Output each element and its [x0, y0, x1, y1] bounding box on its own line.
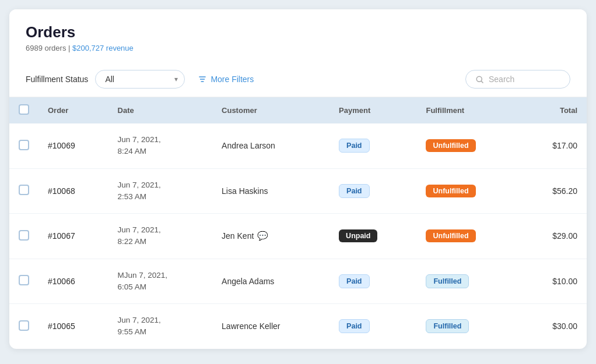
table-row: #10065 Jun 7, 2021,9:55 AM Lawrence Kell…: [9, 304, 587, 349]
col-total: Total: [520, 97, 587, 123]
orders-table-container: Order Date Customer Payment Fulfillment …: [9, 97, 587, 349]
row-checkbox-cell: [9, 214, 38, 259]
fulfillment-status-select[interactable]: All Unfulfilled Fulfilled Partially Fulf…: [95, 70, 185, 89]
chat-icon: 💬: [257, 231, 268, 241]
fulfillment-badge: Unfulfilled: [416, 214, 520, 259]
customer-name: Lawrence Keller: [212, 304, 329, 349]
search-wrapper: [465, 70, 570, 89]
fulfillment-badge: Fulfilled: [416, 259, 520, 304]
payment-badge: Paid: [329, 168, 416, 214]
select-all-header: [9, 97, 38, 123]
order-date: Jun 7, 2021,8:24 AM: [108, 123, 213, 168]
fulfillment-badge: Unfulfilled: [416, 123, 520, 168]
row-checkbox-#10069[interactable]: [19, 140, 29, 150]
table-header-row: Order Date Customer Payment Fulfillment …: [9, 97, 587, 123]
customer-name: Angela Adams: [212, 259, 329, 304]
payment-badge: Paid: [329, 304, 416, 349]
payment-badge: Paid: [329, 259, 416, 304]
revenue-amount: $200,727 revenue: [72, 44, 134, 52]
row-checkbox-cell: [9, 304, 38, 349]
row-checkbox-#10068[interactable]: [19, 185, 29, 195]
fulfillment-badge: Unfulfilled: [416, 168, 520, 214]
order-number: #10066: [38, 259, 108, 304]
row-checkbox-cell: [9, 123, 38, 168]
order-total: $17.00: [520, 123, 587, 168]
col-order: Order: [38, 97, 108, 123]
svg-line-4: [481, 81, 483, 83]
subtitle: 6989 orders | $200,727 revenue: [26, 44, 570, 52]
fulfillment-status-label: Fulfillment Status: [26, 75, 88, 84]
fulfillment-badge: Fulfilled: [416, 304, 520, 349]
header-section: Orders 6989 orders | $200,727 revenue: [9, 9, 587, 62]
page-title: Orders: [26, 23, 570, 41]
filter-bar: Fulfillment Status All Unfulfilled Fulfi…: [9, 62, 587, 97]
col-fulfillment: Fulfillment: [416, 97, 520, 123]
order-date: Jun 7, 2021,8:22 AM: [108, 214, 213, 259]
order-date: Jun 7, 2021,9:55 AM: [108, 304, 213, 349]
payment-badge: Unpaid: [329, 214, 416, 259]
order-date: MJun 7, 2021,6:05 AM: [108, 259, 213, 304]
order-number: #10065: [38, 304, 108, 349]
row-checkbox-#10066[interactable]: [19, 275, 29, 285]
table-row: #10068 Jun 7, 2021,2:53 AM Lisa Haskins …: [9, 168, 587, 214]
row-checkbox-cell: [9, 168, 38, 214]
select-all-checkbox[interactable]: [19, 104, 29, 115]
svg-point-3: [476, 76, 482, 82]
customer-name: Lisa Haskins: [212, 168, 329, 214]
subtitle-separator: |: [66, 44, 72, 52]
search-input[interactable]: [489, 75, 559, 84]
row-checkbox-#10065[interactable]: [19, 320, 29, 331]
customer-name: Andrea Larson: [212, 123, 329, 168]
col-date: Date: [108, 97, 213, 123]
search-icon: [475, 75, 484, 84]
order-total: $56.20: [520, 168, 587, 214]
col-payment: Payment: [329, 97, 416, 123]
order-date: Jun 7, 2021,2:53 AM: [108, 168, 213, 214]
order-total: $30.00: [520, 304, 587, 349]
more-filters-label: More Filters: [211, 75, 254, 84]
more-filters-button[interactable]: More Filters: [192, 70, 260, 88]
col-customer: Customer: [212, 97, 329, 123]
row-checkbox-cell: [9, 259, 38, 304]
table-row: #10067 Jun 7, 2021,8:22 AM Jen Kent💬 Unp…: [9, 214, 587, 259]
table-row: #10069 Jun 7, 2021,8:24 AM Andrea Larson…: [9, 123, 587, 168]
order-number: #10069: [38, 123, 108, 168]
table-row: #10066 MJun 7, 2021,6:05 AM Angela Adams…: [9, 259, 587, 304]
order-number: #10067: [38, 214, 108, 259]
fulfillment-select-wrapper: All Unfulfilled Fulfilled Partially Fulf…: [95, 70, 185, 89]
filter-icon: [198, 75, 207, 84]
order-total: $29.00: [520, 214, 587, 259]
orders-count: 6989 orders: [26, 44, 66, 52]
orders-card: Orders 6989 orders | $200,727 revenue Fu…: [9, 9, 587, 349]
row-checkbox-#10067[interactable]: [19, 230, 29, 241]
customer-name: Jen Kent💬: [212, 214, 329, 259]
order-number: #10068: [38, 168, 108, 214]
payment-badge: Paid: [329, 123, 416, 168]
orders-table: Order Date Customer Payment Fulfillment …: [9, 97, 587, 349]
order-total: $10.00: [520, 259, 587, 304]
